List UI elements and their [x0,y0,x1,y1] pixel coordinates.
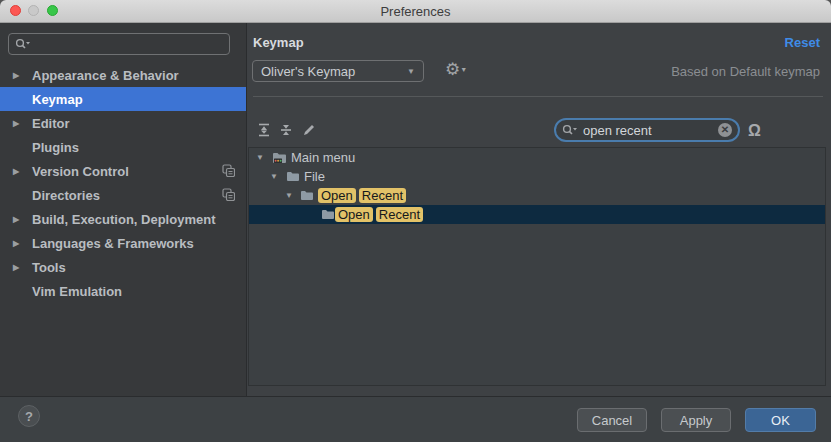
tree-row-main-menu[interactable]: ▼ Main menu [249,148,825,167]
collapse-arrow-icon[interactable]: ▼ [256,153,264,162]
search-icon [562,124,577,136]
settings-category-list: ▶ Appearance & Behavior Keymap ▶ Editor … [0,63,246,303]
collapse-all-icon[interactable] [279,123,293,137]
settings-sidebar: ▶ Appearance & Behavior Keymap ▶ Editor … [0,23,247,396]
header-separator [253,96,823,97]
sidebar-item-tools[interactable]: ▶ Tools [0,255,246,279]
expand-arrow-icon[interactable]: ▶ [13,119,19,128]
per-project-settings-icon [222,188,235,201]
collapse-arrow-icon[interactable]: ▼ [270,172,278,181]
expand-all-icon[interactable] [257,123,271,137]
reset-link[interactable]: Reset [785,35,820,50]
edit-shortcut-icon[interactable] [302,123,316,137]
sidebar-item-build-execution-deployment[interactable]: ▶ Build, Execution, Deployment [0,207,246,231]
folder-icon [300,190,314,201]
sidebar-item-vim-emulation[interactable]: Vim Emulation [0,279,246,303]
highlighted-label: Open Recent [335,207,426,222]
chevron-down-icon: ▼ [460,66,467,73]
sidebar-item-plugins[interactable]: Plugins [0,135,246,159]
search-icon [15,38,30,50]
based-on-label: Based on Default keymap [671,64,820,79]
expand-arrow-icon[interactable]: ▶ [13,263,19,272]
shortcut-search-input[interactable] [581,122,718,139]
zoom-window-button[interactable] [47,5,58,16]
titlebar: Preferences [0,0,831,23]
expand-arrow-icon[interactable]: ▶ [13,239,19,248]
minimize-window-button[interactable] [28,5,39,16]
settings-search-input[interactable] [34,36,223,53]
apply-button[interactable]: Apply [661,408,731,432]
cancel-button[interactable]: Cancel [577,408,647,432]
chevron-down-icon: ▼ [407,67,415,76]
ok-button[interactable]: OK [745,408,816,432]
folder-icon [321,209,335,220]
sidebar-item-languages-frameworks[interactable]: ▶ Languages & Frameworks [0,231,246,255]
keymap-settings-panel: Keymap Reset Oliver's Keymap ▼ ⚙▼ Based … [247,23,831,396]
help-button[interactable]: ? [18,405,40,427]
main-menu-icon [272,152,287,164]
folder-icon [286,171,300,182]
tree-row-open-recent[interactable]: ▼ Open Recent [249,186,825,205]
clear-search-icon[interactable]: ✕ [718,123,732,137]
window-title: Preferences [380,4,450,19]
shortcut-search-box[interactable]: ✕ [554,118,740,142]
dialog-footer: ? Cancel Apply OK [0,396,831,442]
page-title: Keymap [253,35,304,50]
tree-row-open-recent-child[interactable]: Open Recent [249,205,825,224]
sidebar-item-directories[interactable]: Directories [0,183,246,207]
highlighted-label: Open Recent [318,188,409,203]
tree-row-file[interactable]: ▼ File [249,167,825,186]
per-project-settings-icon [222,164,235,177]
keymap-dropdown[interactable]: Oliver's Keymap ▼ [252,60,424,82]
expand-arrow-icon[interactable]: ▶ [13,167,19,176]
gear-icon[interactable]: ⚙▼ [445,59,467,81]
find-actions-by-shortcut-icon[interactable]: Ω [748,122,761,140]
keymap-action-tree: ▼ Main menu ▼ [248,147,826,386]
sidebar-item-version-control[interactable]: ▶ Version Control [0,159,246,183]
sidebar-item-appearance-behavior[interactable]: ▶ Appearance & Behavior [0,63,246,87]
keymap-dropdown-value: Oliver's Keymap [261,64,355,79]
settings-search-box[interactable] [8,33,230,55]
sidebar-item-keymap[interactable]: Keymap [0,87,246,111]
sidebar-item-editor[interactable]: ▶ Editor [0,111,246,135]
collapse-arrow-icon[interactable]: ▼ [285,191,293,200]
expand-arrow-icon[interactable]: ▶ [13,215,19,224]
close-window-button[interactable] [10,5,21,16]
expand-arrow-icon[interactable]: ▶ [13,71,19,80]
preferences-window: Preferences ▶ Appearance & Behavior Keym… [0,0,831,442]
